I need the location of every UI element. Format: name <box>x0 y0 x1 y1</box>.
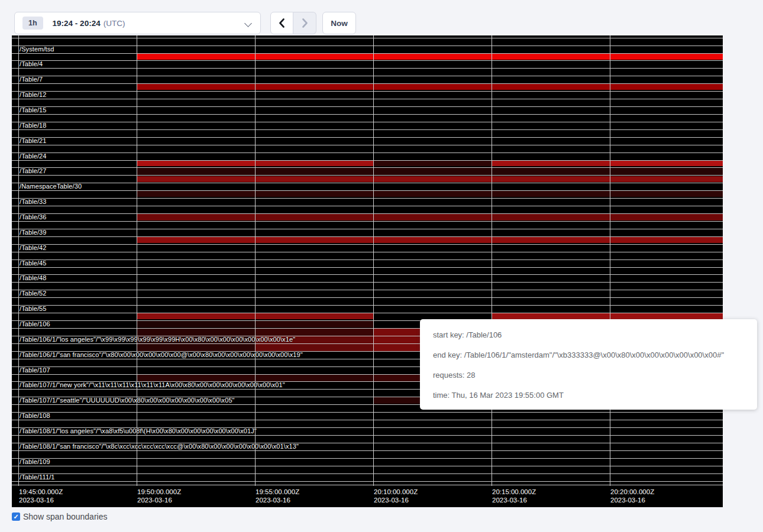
row-label: /Table/107 <box>20 366 50 374</box>
span-boundary-line <box>12 38 723 38</box>
span-boundary-line <box>12 221 723 222</box>
span-boundary-line <box>12 450 723 451</box>
heat-band <box>255 313 373 319</box>
heat-band <box>373 214 492 220</box>
heat-band <box>137 329 255 336</box>
heat-band <box>492 84 610 90</box>
heat-band <box>373 84 492 90</box>
heat-band <box>255 214 373 220</box>
span-boundary-line <box>12 91 723 92</box>
span-boundary-line <box>12 137 723 138</box>
row-label: /Table/108/1/"san francisco"/"\x8c\xcc\x… <box>20 443 299 450</box>
span-boundary-line <box>12 282 723 283</box>
row-label: /Table/7 <box>20 76 43 83</box>
row-label: /Table/55 <box>20 305 47 313</box>
heat-band <box>373 160 492 166</box>
time-nav-group <box>270 12 316 34</box>
heat-band <box>255 237 373 243</box>
heat-band <box>373 54 492 60</box>
span-boundary-line <box>12 76 723 76</box>
now-button[interactable]: Now <box>322 12 356 34</box>
heat-band <box>255 191 373 197</box>
heat-band <box>610 237 723 243</box>
x-tick-label: 19:45:00.000Z2023-03-16 <box>19 488 63 504</box>
heat-band <box>373 176 492 182</box>
span-boundary-line <box>12 129 723 130</box>
x-tick-label: 20:20:00.000Z2023-03-16 <box>610 488 654 504</box>
time-range-text: 19:24 - 20:24 <box>53 19 101 28</box>
heat-band <box>373 168 492 175</box>
time-bucket-line <box>373 35 374 486</box>
heat-band <box>492 160 610 166</box>
heat-band <box>137 54 255 60</box>
span-boundary-line <box>12 274 723 275</box>
heat-band <box>610 313 723 319</box>
x-tick-label: 20:10:00.000Z2023-03-16 <box>374 488 418 504</box>
row-label: /Table/18 <box>20 122 47 129</box>
heat-band <box>492 214 610 220</box>
prev-interval-button[interactable] <box>270 12 293 34</box>
row-label: /System/tsd <box>20 46 54 53</box>
span-boundary-line <box>12 244 723 245</box>
heat-band <box>137 84 255 90</box>
span-boundary-line <box>12 481 723 482</box>
heat-band <box>492 191 610 197</box>
heat-band <box>610 176 723 182</box>
row-label: /Table/106/1/"san francisco"/"\x80\x00\x… <box>20 351 303 359</box>
row-label: /Table/107/1/"new york"/"\x11\x11\x11\x1… <box>20 381 285 389</box>
heat-band <box>610 191 723 197</box>
time-bucket-line <box>255 35 256 486</box>
heat-band <box>137 214 255 220</box>
heat-band <box>373 191 492 197</box>
span-boundaries-row: ✓ Show span boundaries <box>12 512 107 521</box>
heat-band <box>255 321 373 327</box>
span-boundary-line <box>12 229 723 229</box>
row-label: /Table/4 <box>20 60 43 68</box>
show-span-boundaries-checkbox[interactable]: ✓ <box>12 512 20 521</box>
x-tick-label: 19:50:00.000Z2023-03-16 <box>137 488 181 504</box>
span-boundary-line <box>12 99 723 99</box>
duration-badge: 1h <box>22 17 43 30</box>
row-label: /Table/24 <box>20 153 47 160</box>
time-bucket-line <box>18 35 19 486</box>
span-boundary-line <box>12 252 723 252</box>
span-boundary-line <box>12 68 723 69</box>
row-label: /Table/106/1/"los angeles"/"\x99\x99\x99… <box>20 336 295 343</box>
tooltip-end-key: end key: /Table/106/1/"amsterdam"/"\xb33… <box>433 349 744 361</box>
heat-band <box>137 344 255 351</box>
span-boundary-line <box>12 473 723 474</box>
chevron-down-icon <box>244 20 252 27</box>
heat-band <box>610 54 723 60</box>
time-bucket-line <box>610 35 610 486</box>
time-bucket-line <box>492 35 492 486</box>
heat-band <box>492 237 610 243</box>
span-boundary-line <box>12 122 723 122</box>
row-label: /Table/15 <box>20 106 47 114</box>
time-range-select[interactable]: 1h 19:24 - 20:24 (UTC) <box>14 12 261 34</box>
row-label: /Table/36 <box>20 213 47 221</box>
span-boundary-line <box>12 198 723 199</box>
heat-band <box>255 176 373 182</box>
heat-band <box>255 54 373 60</box>
heat-band <box>492 54 610 60</box>
heat-band <box>255 375 373 381</box>
span-boundary-line <box>12 290 723 290</box>
span-boundary-line <box>12 420 723 420</box>
span-boundary-line <box>12 412 723 413</box>
row-label: /Table/39 <box>20 229 47 236</box>
heat-band <box>137 237 255 243</box>
heat-band <box>255 160 373 166</box>
next-interval-button[interactable] <box>293 12 316 34</box>
span-tooltip: start key: /Table/106 end key: /Table/10… <box>420 319 757 410</box>
row-label: /Table/45 <box>20 259 47 267</box>
span-boundary-line <box>12 167 723 168</box>
heat-band <box>137 191 255 197</box>
heat-band <box>610 160 723 166</box>
heat-band <box>137 168 255 175</box>
span-boundary-line <box>12 236 723 237</box>
row-label: /NamespaceTable/30 <box>20 183 82 190</box>
heat-band <box>610 214 723 220</box>
key-visualizer-heatmap[interactable]: /System/tsd/Table/4/Table/7/Table/12/Tab… <box>12 35 723 507</box>
span-boundary-line <box>12 190 723 191</box>
span-boundary-line <box>12 83 723 84</box>
